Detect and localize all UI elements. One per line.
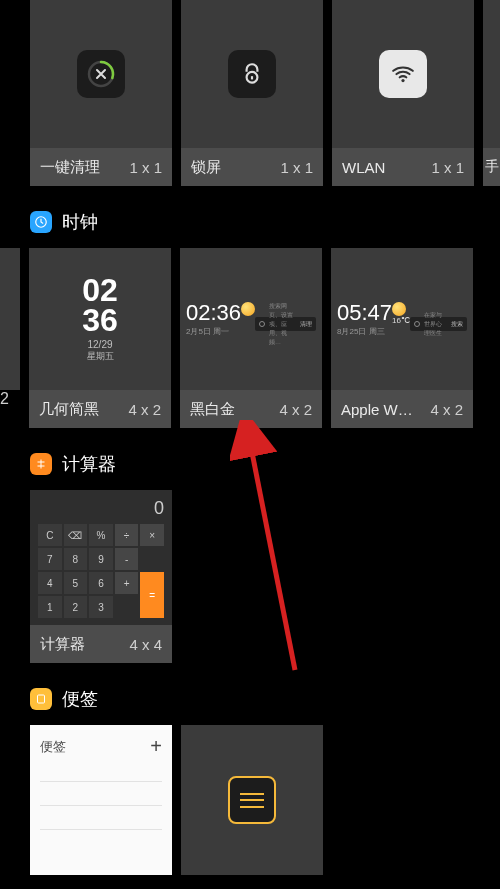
- calc-keypad: C ⌫ % ÷ × 7 8 9 - 4 5 6 + = 1 2 3: [38, 524, 164, 618]
- search-tag: 清理: [300, 320, 312, 329]
- widget-caption: 手: [483, 148, 500, 186]
- calc-key: ÷: [115, 524, 139, 546]
- section-header-calculator: 计算器: [30, 452, 500, 476]
- widget-label: 手: [485, 158, 499, 176]
- clock-preview: 02:36 2月5日 周一 搜索网页、设置项、应用、视频… 清理: [180, 248, 322, 390]
- widget-caption: Apple W… 4 x 2: [331, 390, 473, 428]
- widget-preview: [483, 0, 500, 148]
- calc-key: -: [115, 548, 139, 570]
- widget-caption: 计算器 4 x 4: [30, 625, 172, 663]
- widget-label: Apple W…: [341, 401, 413, 418]
- widget-size: 1 x 1: [280, 159, 313, 176]
- widget-lockscreen[interactable]: 锁屏 1 x 1: [181, 0, 323, 186]
- svg-point-4: [401, 79, 404, 82]
- clock-section-icon: [30, 211, 52, 233]
- search-placeholder: 在家与世界心理医生: [424, 311, 447, 338]
- widget-caption: 几何简黑 4 x 2: [29, 390, 171, 428]
- widget-caption: 黑白金 4 x 2: [180, 390, 322, 428]
- search-bar: 搜索网页、设置项、应用、视频… 清理: [255, 317, 316, 331]
- weather-sun-icon: [241, 302, 255, 316]
- calculator-preview: 0 C ⌫ % ÷ × 7 8 9 - 4 5 6 + = 1 2 3: [30, 490, 172, 625]
- clock-date: 2月5日 周一: [186, 326, 241, 337]
- calculator-widget[interactable]: 0 C ⌫ % ÷ × 7 8 9 - 4 5 6 + = 1 2 3: [30, 490, 172, 663]
- widget-size: 4 x 2: [430, 401, 463, 418]
- search-placeholder: 搜索网页、设置项、应用、视频…: [269, 302, 296, 347]
- widget-caption: WLAN 1 x 1: [332, 148, 474, 186]
- notes-preview: [181, 725, 323, 875]
- notes-preview: 便签 +: [30, 725, 172, 875]
- calc-key: 6: [89, 572, 113, 594]
- widget-size: 1 x 1: [129, 159, 162, 176]
- widget-caption: 一键清理 1 x 1: [30, 148, 172, 186]
- clock-date: 8月25日 周三: [337, 326, 392, 337]
- calc-display: 0: [38, 498, 164, 520]
- search-icon: [259, 321, 265, 327]
- widget-size: 4 x 2: [279, 401, 312, 418]
- search-tag: 搜索: [451, 320, 463, 329]
- widget-next[interactable]: 手: [483, 0, 500, 186]
- close-ring-icon: [77, 50, 125, 98]
- search-icon: [414, 321, 420, 327]
- widget-preview: [181, 0, 323, 148]
- clock-row: 2 02 36 12/29 星期五 几何简黑 4 x 2 02:36 2月5日 …: [0, 248, 500, 428]
- clock-widget-blackgold[interactable]: 02:36 2月5日 周一 搜索网页、设置项、应用、视频… 清理 黑白金 4 x…: [180, 248, 322, 428]
- clock-prev-sliver[interactable]: 2: [0, 248, 20, 428]
- weather-temp: 16℃: [392, 316, 410, 325]
- widget-size: 4 x 4: [129, 636, 162, 653]
- widget-size: 2: [0, 390, 9, 407]
- calc-key: +: [115, 572, 139, 594]
- calc-section-icon: [30, 453, 52, 475]
- widget-label: 一键清理: [40, 158, 100, 177]
- plus-icon: +: [150, 735, 162, 758]
- svg-rect-3: [251, 76, 253, 79]
- calc-key-equals: =: [140, 572, 164, 618]
- calc-key: 5: [64, 572, 88, 594]
- shortcut-row: 一键清理 1 x 1 锁屏 1 x 1: [0, 0, 500, 186]
- calc-key: ×: [140, 524, 164, 546]
- clock-date: 12/29: [87, 339, 112, 350]
- clock-widget-geometric[interactable]: 02 36 12/29 星期五 几何简黑 4 x 2: [29, 248, 171, 428]
- clock-time: 05:47: [337, 302, 392, 324]
- notes-row: 便签 +: [0, 725, 500, 875]
- calc-key: 4: [38, 572, 62, 594]
- clock-hours: 02: [82, 275, 118, 305]
- wifi-icon: [379, 50, 427, 98]
- clock-minutes: 36: [82, 305, 118, 335]
- notes-widget-white[interactable]: 便签 +: [30, 725, 172, 875]
- calc-key: 2: [64, 596, 88, 618]
- widget-label: WLAN: [342, 159, 385, 176]
- widget-preview: [332, 0, 474, 148]
- clock-widget-apple[interactable]: 05:47 8月25日 周三 16℃ 在家与世界心理医生 搜索 Apple W……: [331, 248, 473, 428]
- section-title: 时钟: [62, 210, 98, 234]
- section-title: 计算器: [62, 452, 116, 476]
- widget-label: 计算器: [40, 635, 85, 654]
- widget-one-key-clean[interactable]: 一键清理 1 x 1: [30, 0, 172, 186]
- calc-key: 8: [64, 548, 88, 570]
- calc-key: 3: [89, 596, 113, 618]
- section-header-notes: 便签: [30, 687, 500, 711]
- widget-label: 锁屏: [191, 158, 221, 177]
- notes-widget-dark[interactable]: [181, 725, 323, 875]
- lock-icon: [228, 50, 276, 98]
- widget-label: 黑白金: [190, 400, 235, 419]
- clock-preview: 02 36 12/29 星期五: [29, 248, 171, 390]
- clock-preview: 05:47 8月25日 周三 16℃ 在家与世界心理医生 搜索: [331, 248, 473, 390]
- calc-key: 7: [38, 548, 62, 570]
- widget-wlan[interactable]: WLAN 1 x 1: [332, 0, 474, 186]
- section-title: 便签: [62, 687, 98, 711]
- calc-key: 9: [89, 548, 113, 570]
- calc-key: 1: [38, 596, 62, 618]
- search-bar: 在家与世界心理医生 搜索: [410, 317, 467, 331]
- clock-weekday: 星期五: [87, 350, 114, 363]
- note-title: 便签: [40, 738, 66, 756]
- calculator-row: 0 C ⌫ % ÷ × 7 8 9 - 4 5 6 + = 1 2 3: [0, 490, 500, 663]
- calc-key: C: [38, 524, 62, 546]
- calc-key: %: [89, 524, 113, 546]
- notes-section-icon: [30, 688, 52, 710]
- calc-key: ⌫: [64, 524, 88, 546]
- note-lines-icon: [228, 776, 276, 824]
- widget-preview: [30, 0, 172, 148]
- widget-caption: 锁屏 1 x 1: [181, 148, 323, 186]
- widget-label: 几何简黑: [39, 400, 99, 419]
- widget-size: 4 x 2: [128, 401, 161, 418]
